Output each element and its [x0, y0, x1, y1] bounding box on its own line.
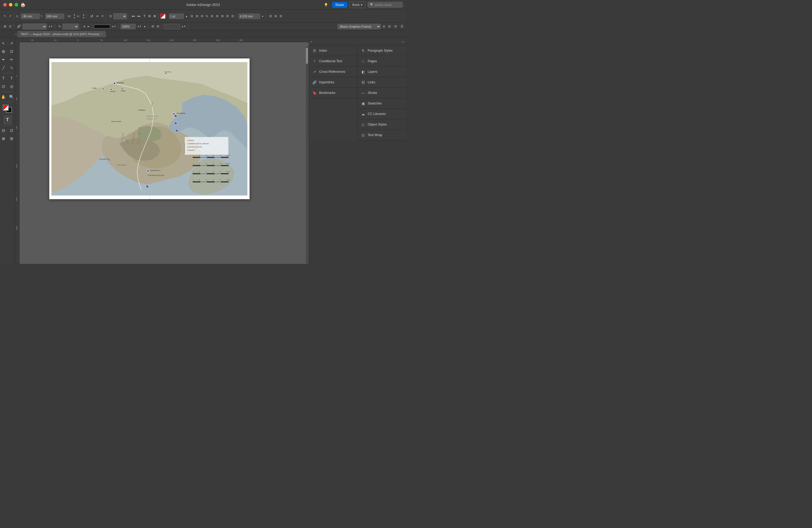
zoom-arrow[interactable]: ▸ [143, 24, 147, 29]
stroke-color-swatch[interactable] [94, 25, 110, 28]
home-icon[interactable]: 🏠 [20, 2, 26, 7]
rotate-btn[interactable]: ↻ [57, 24, 62, 29]
dim-up[interactable]: ▲ [261, 13, 265, 19]
constrain-btn[interactable]: 🔗 [16, 24, 22, 29]
fullscreen-button[interactable] [15, 3, 18, 6]
x-field[interactable] [21, 14, 40, 19]
text-format-box[interactable]: T [4, 116, 11, 124]
h-down[interactable]: ▼ [82, 16, 86, 19]
y-field[interactable] [45, 14, 64, 19]
options-copy[interactable]: ⊟ [268, 13, 273, 19]
frame-tool-1[interactable]: ⊞ [0, 48, 7, 55]
right-panel-btn2[interactable]: ⊟ [393, 24, 398, 29]
frame-type-select[interactable] [113, 13, 127, 19]
light-icon[interactable]: 💡 [322, 2, 330, 8]
panel-item-swatches[interactable]: ▣ Swatches [358, 98, 406, 109]
selection-tool[interactable]: ↖ [3, 13, 7, 19]
canvas-content[interactable]: WALKED: 963.48 G: 295 hr 14 min 10 sec A… [19, 42, 308, 264]
content-grabber[interactable]: ◎ [8, 83, 15, 90]
right-panel-btn1[interactable]: ⊟ [387, 24, 392, 29]
frame-tool[interactable]: ⊡ [8, 24, 12, 29]
zoom-tool[interactable]: 🔍 [8, 93, 15, 101]
panel-item-index[interactable]: ☰ Index [309, 45, 357, 56]
curve-tool[interactable]: ∿ [8, 64, 15, 71]
stroke-color-up[interactable]: ▲▼ [111, 24, 117, 29]
stroke-up[interactable]: ▲ [184, 13, 189, 19]
opacity-field[interactable] [164, 24, 180, 29]
minimize-button[interactable] [9, 3, 12, 6]
frame-settings-icon[interactable]: ⚙ [382, 25, 386, 28]
type-tool-2[interactable]: T [8, 74, 15, 82]
panel-item-cross-references[interactable]: ↗ Cross-References [309, 67, 357, 77]
hand-tool[interactable]: ✋ [0, 93, 7, 101]
share-button[interactable]: Share [332, 2, 347, 8]
flip-v[interactable]: ⇕ [100, 13, 105, 19]
dimension-field[interactable] [238, 14, 260, 19]
direct-select-tool[interactable]: ↗ [8, 13, 12, 19]
extra-tool-2[interactable]: ⊞ [8, 135, 15, 142]
direct-select-tool[interactable]: ↗ [8, 40, 15, 47]
transform-up[interactable]: ▲▼ [47, 24, 54, 29]
panel-item-hyperlinks[interactable]: 🔗 Hyperlinks [309, 77, 357, 88]
tab-close-btn[interactable]: × [101, 32, 103, 35]
panel-item-cc-libraries[interactable]: ☁ CC Libraries [358, 109, 406, 119]
panel-item-layers[interactable]: ◧ Layers [358, 67, 406, 77]
panel-collapse-left-icon[interactable]: ◂ [15, 33, 16, 35]
arrow-l-btn[interactable]: ◂ [82, 24, 86, 29]
content-tool[interactable]: ⊠ [0, 135, 7, 142]
panel-item-conditional-text[interactable]: 𝑇 Conditional Text [309, 56, 357, 67]
align-center[interactable]: ⊟ [215, 13, 219, 19]
zoom-up[interactable]: ▲▼ [136, 24, 143, 29]
panel-item-paragraph-styles[interactable]: ¶ Paragraph Styles [358, 45, 406, 56]
rotate-ccw[interactable]: ↺ [89, 13, 95, 19]
w-down[interactable]: ▼ [73, 16, 76, 19]
scroll-thumb-v[interactable] [306, 48, 308, 64]
panel-item-pages[interactable]: □ Pages [358, 56, 406, 67]
frame-tool-2[interactable]: ⊡ [8, 48, 15, 55]
T-btn[interactable]: T [142, 13, 147, 19]
panel-item-bookmarks[interactable]: 🔖 Bookmarks [309, 88, 357, 98]
panel-item-stroke[interactable]: — Stroke [358, 88, 406, 98]
line-tool[interactable]: ╱ [0, 64, 7, 71]
align-right[interactable]: ⊟ [220, 13, 224, 19]
arrow-r-btn[interactable]: ▸ [87, 24, 90, 29]
panel-item-object-styles[interactable]: ◻ Object Styles [358, 119, 406, 130]
frame-select[interactable]: ⊡ [108, 13, 113, 19]
panel-item-text-wrap[interactable]: ⊡ Text Wrap [358, 130, 406, 141]
scrollbar-vertical[interactable] [306, 46, 308, 264]
fill-color-swatch[interactable] [160, 14, 165, 19]
preview-mode2[interactable]: ⊟ [156, 24, 160, 29]
grid-btn[interactable]: ⊞ [3, 24, 7, 29]
rotate-select[interactable] [62, 24, 79, 29]
rect-frame[interactable]: ⊡ [0, 83, 7, 90]
h-up[interactable]: ▲ [82, 13, 86, 16]
pen-tool[interactable]: ✒ [0, 56, 7, 63]
transform-select[interactable] [23, 24, 47, 29]
document-tab[interactable]: TBOT — August 2023 – photos.indd @ 51% [… [17, 31, 106, 37]
stroke-align-1[interactable]: ⊟ [194, 13, 199, 19]
spread-btn[interactable]: ⊞ [147, 13, 152, 19]
fx-btn[interactable]: fx [205, 13, 209, 19]
prev-btn[interactable]: ◂◂ [130, 13, 136, 19]
fill-indicator[interactable] [3, 105, 9, 111]
adobe-stock-search[interactable]: 🔍 Adobe Stock [367, 2, 403, 8]
preview-mode[interactable]: ⊟ [150, 24, 155, 29]
next-btn[interactable]: ▸▸ [136, 13, 142, 19]
stroke-weight-field[interactable] [169, 14, 184, 19]
spacing[interactable]: ⊟ [230, 13, 235, 19]
select-tool[interactable]: ↖ [0, 40, 7, 47]
frame-style-select[interactable]: [Basic Graphics Frame] [337, 24, 381, 29]
stroke-weight-type[interactable]: ⊟ [189, 13, 194, 19]
hamburger-menu[interactable]: ☰ [400, 24, 404, 29]
fit-btn[interactable]: ⊠ [153, 13, 157, 19]
normal-mode[interactable]: ⊟ [0, 127, 7, 134]
preview-mode-btn[interactable]: ⊡ [8, 127, 15, 134]
options-3[interactable]: ⊟ [278, 13, 283, 19]
align-left[interactable]: ⊟ [210, 13, 214, 19]
stroke-align-2[interactable]: ⊟ [200, 13, 204, 19]
pencil-tool[interactable]: ✏ [8, 56, 15, 63]
right-expand-right[interactable]: ▸ [403, 40, 404, 43]
opacity-up[interactable]: ▲▼ [180, 24, 187, 29]
options-2[interactable]: ⊟ [273, 13, 278, 19]
w-up[interactable]: ▲ [73, 13, 76, 16]
